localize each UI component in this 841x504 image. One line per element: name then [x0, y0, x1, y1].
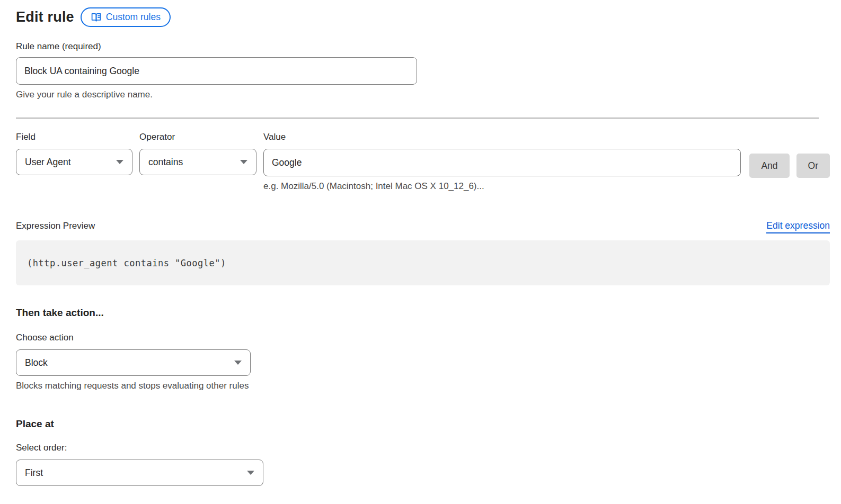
- edit-expression-link[interactable]: Edit expression: [766, 220, 830, 233]
- and-column: And: [749, 132, 789, 192]
- action-select[interactable]: Block: [16, 349, 251, 376]
- custom-rules-button[interactable]: Custom rules: [81, 7, 171, 27]
- field-label: Field: [16, 132, 132, 142]
- or-column: Or: [796, 132, 830, 192]
- rule-name-label: Rule name (required): [16, 41, 101, 51]
- chevron-down-icon: [247, 471, 254, 475]
- chevron-down-icon: [116, 160, 123, 164]
- chevron-down-icon: [234, 361, 242, 365]
- action-helper: Blocks matching requests and stops evalu…: [16, 381, 819, 391]
- order-select[interactable]: First: [16, 460, 263, 486]
- operator-select[interactable]: contains: [139, 149, 256, 175]
- action-heading: Then take action...: [16, 307, 819, 319]
- operator-column: Operator contains: [139, 132, 256, 192]
- place-at-heading: Place at: [16, 418, 819, 430]
- expression-preview-label: Expression Preview: [16, 221, 95, 231]
- value-helper: e.g. Mozilla/5.0 (Macintosh; Intel Mac O…: [263, 181, 741, 192]
- value-input[interactable]: [263, 149, 741, 176]
- order-select-value: First: [25, 467, 43, 479]
- field-select-value: User Agent: [25, 157, 71, 168]
- edit-rule-page: Edit rule Custom rules Rule name (requir…: [0, 0, 830, 486]
- select-order-label: Select order:: [16, 443, 819, 453]
- rule-name-input[interactable]: [16, 57, 417, 85]
- action-section: Then take action... Choose action Block …: [16, 307, 819, 391]
- and-button[interactable]: And: [749, 154, 789, 178]
- value-column: Value e.g. Mozilla/5.0 (Macintosh; Intel…: [263, 132, 741, 192]
- chevron-down-icon: [240, 160, 247, 164]
- custom-rules-label: Custom rules: [106, 12, 161, 23]
- field-column: Field User Agent: [16, 132, 132, 192]
- condition-builder: Field User Agent Operator contains Value…: [16, 132, 830, 192]
- operator-select-value: contains: [148, 157, 183, 168]
- action-select-value: Block: [25, 357, 48, 368]
- expression-code: (http.user_agent contains "Google"): [27, 258, 226, 268]
- placement-section: Place at Select order: First: [16, 418, 819, 486]
- rule-name-section: Rule name (required) Give your rule a de…: [16, 41, 417, 100]
- or-button[interactable]: Or: [796, 154, 830, 178]
- book-icon: [91, 12, 102, 23]
- rule-name-helper: Give your rule a descriptive name.: [16, 89, 417, 100]
- operator-label: Operator: [139, 132, 256, 142]
- header: Edit rule Custom rules: [16, 7, 819, 27]
- page-title: Edit rule: [16, 9, 74, 25]
- expression-header: Expression Preview Edit expression: [16, 220, 830, 233]
- choose-action-label: Choose action: [16, 332, 819, 343]
- section-divider: [16, 118, 819, 119]
- field-select[interactable]: User Agent: [16, 149, 132, 175]
- value-label: Value: [263, 132, 741, 142]
- expression-preview-box: (http.user_agent contains "Google"): [16, 240, 830, 285]
